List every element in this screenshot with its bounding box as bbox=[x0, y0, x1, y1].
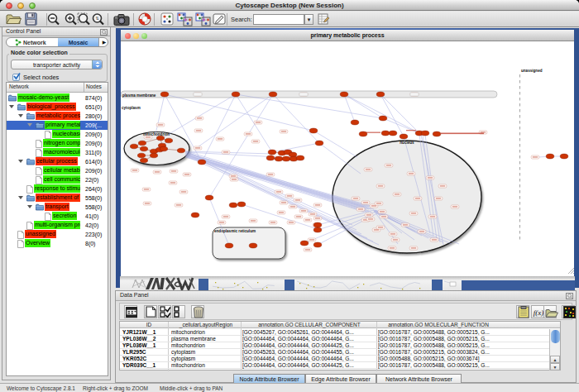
svg-text:⇅: ⇅ bbox=[95, 16, 98, 21]
svg-text:plasma membrane: plasma membrane bbox=[122, 93, 156, 98]
svg-text:endoplasmic reticulum: endoplasmic reticulum bbox=[214, 229, 256, 233]
svg-text:f(x): f(x) bbox=[534, 308, 544, 317]
svg-text:cytoplasm: cytoplasm bbox=[122, 106, 141, 110]
svg-text:nucleus: nucleus bbox=[400, 141, 414, 145]
svg-text:unassigned: unassigned bbox=[521, 69, 543, 73]
